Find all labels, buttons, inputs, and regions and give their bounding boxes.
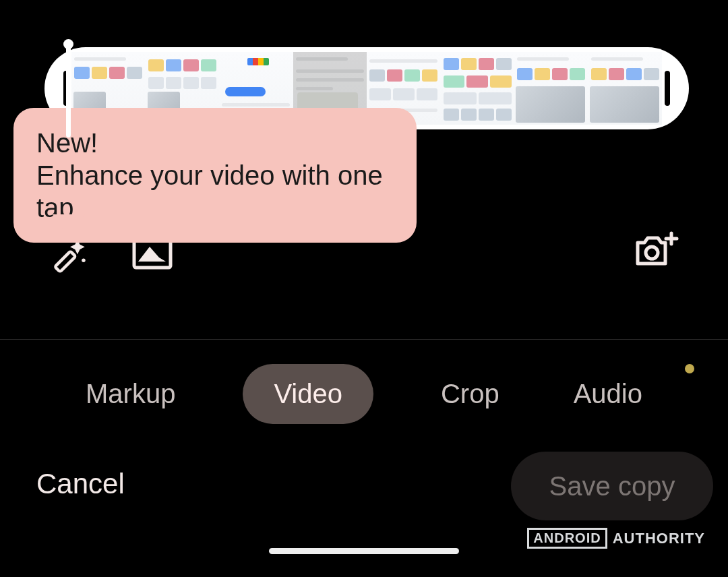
timeline-thumb[interactable] — [514, 52, 588, 125]
watermark: ANDROID AUTHORITY — [527, 528, 705, 549]
save-copy-button[interactable]: Save copy — [511, 452, 713, 520]
watermark-brand-text: AUTHORITY — [613, 530, 705, 547]
editor-tabs: Markup Video Crop Audio — [0, 364, 728, 424]
timeline-playhead[interactable] — [66, 40, 71, 138]
tab-audio[interactable]: Audio — [567, 364, 649, 424]
svg-point-1 — [82, 259, 85, 262]
tooltip-tail — [53, 214, 85, 237]
svg-point-4 — [646, 247, 658, 259]
tab-video[interactable]: Video — [243, 364, 373, 424]
audio-tab-badge — [685, 364, 694, 373]
capture-frame-button[interactable] — [635, 231, 679, 268]
gesture-nav-bar[interactable] — [269, 548, 459, 554]
svg-rect-0 — [55, 251, 75, 272]
tab-markup[interactable]: Markup — [79, 364, 182, 424]
timeline-thumb[interactable] — [588, 52, 663, 125]
camera-plus-icon — [635, 231, 679, 268]
tooltip-body: Enhance your video with one tap — [36, 159, 394, 224]
cancel-button[interactable]: Cancel — [36, 468, 125, 500]
trim-handle-right[interactable] — [665, 71, 670, 106]
tooltip-title: New! — [36, 128, 394, 158]
timeline-thumb[interactable] — [441, 52, 515, 125]
watermark-brand-box: ANDROID — [527, 528, 607, 549]
tab-crop[interactable]: Crop — [434, 364, 506, 424]
section-divider — [0, 339, 728, 340]
